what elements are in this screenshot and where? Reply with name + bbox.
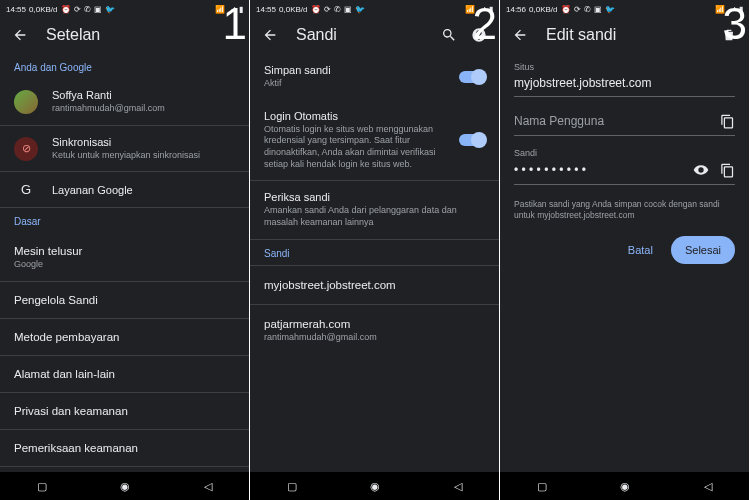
nav-recent-icon[interactable]: ▢: [37, 480, 47, 493]
addresses-row[interactable]: Alamat dan lain-lain: [0, 356, 249, 393]
field-site: Situs myjobstreet.jobstreet.com: [500, 54, 749, 101]
page-title: Edit sandi: [546, 26, 703, 44]
back-icon[interactable]: [512, 27, 528, 43]
twitter-icon: 🐦: [605, 5, 615, 14]
sync-status-icon: ⟳: [324, 5, 331, 14]
screen-edit-password: 3 14:56 0,0KB/d ⏰ ⟳ ✆ ▣ 🐦 📶 ⋰ ▮ Edit san…: [500, 0, 750, 500]
user-name: Soffya Ranti: [52, 89, 235, 101]
image-icon: ▣: [344, 5, 352, 14]
search-icon[interactable]: [441, 27, 457, 43]
save-password-label: Simpan sandi: [264, 64, 445, 76]
site-account: rantimahmudah@gmail.com: [264, 332, 485, 342]
status-bar: 14:55 0,0KB/d ⏰ ⟳ ✆ ▣ 🐦 📶 ⋰ ▮: [0, 0, 249, 16]
image-icon: ▣: [594, 5, 602, 14]
overlay-number: 2: [473, 2, 497, 46]
twitter-icon: 🐦: [355, 5, 365, 14]
whatsapp-icon: ✆: [84, 5, 91, 14]
sync-sub: Ketuk untuk menyiapkan sinkronisasi: [52, 150, 235, 162]
nav-bar: ▢ ◉ ◁: [250, 472, 499, 500]
sync-status-icon: ⟳: [574, 5, 581, 14]
app-bar: Edit sandi: [500, 16, 749, 54]
section-sites: Sandi: [250, 240, 499, 265]
overlay-number: 1: [223, 2, 247, 46]
nav-home-icon[interactable]: ◉: [370, 480, 380, 493]
auto-login-row[interactable]: Login Otomatis Otomatis login ke situs w…: [250, 100, 499, 182]
status-time: 14:55: [256, 5, 276, 14]
payment-methods-row[interactable]: Metode pembayaran: [0, 319, 249, 356]
check-password-label: Periksa sandi: [264, 191, 485, 203]
auto-login-toggle[interactable]: [459, 134, 485, 146]
page-title: Sandi: [296, 26, 423, 44]
nav-home-icon[interactable]: ◉: [620, 480, 630, 493]
alarm-icon: ⏰: [561, 5, 571, 14]
section-basics: Dasar: [0, 208, 249, 233]
site-row[interactable]: patjarmerah.com rantimahmudah@gmail.com: [250, 304, 499, 355]
alarm-icon: ⏰: [311, 5, 321, 14]
status-data: 0,0KB/d: [279, 5, 307, 14]
safety-check-row[interactable]: Pemeriksaan keamanan: [0, 430, 249, 467]
account-row[interactable]: Soffya Ranti rantimahmudah@gmail.com: [0, 79, 249, 126]
nav-bar: ▢ ◉ ◁: [500, 472, 749, 500]
copy-icon[interactable]: [719, 113, 735, 129]
nav-back-icon[interactable]: ◁: [204, 480, 212, 493]
whatsapp-icon: ✆: [334, 5, 341, 14]
field-username[interactable]: Nama Pengguna: [500, 101, 749, 140]
google-g-icon: G: [14, 182, 38, 197]
user-email: rantimahmudah@gmail.com: [52, 103, 235, 115]
site-domain: myjobstreet.jobstreet.com: [264, 279, 485, 291]
search-engine-label: Mesin telusur: [14, 245, 235, 257]
copy-icon[interactable]: [719, 162, 735, 178]
save-password-toggle[interactable]: [459, 71, 485, 83]
check-password-sub: Amankan sandi Anda dari pelanggaran data…: [264, 205, 485, 228]
save-password-sub: Aktif: [264, 78, 445, 90]
app-bar: Setelan: [0, 16, 249, 54]
back-icon[interactable]: [12, 27, 28, 43]
whatsapp-icon: ✆: [584, 5, 591, 14]
nav-recent-icon[interactable]: ▢: [537, 480, 547, 493]
sync-title: Sinkronisasi: [52, 136, 235, 148]
screen-passwords: 2 14:55 0,0KB/d ⏰ ⟳ ✆ ▣ 🐦 📶 ⋰ ▮ Sandi Si…: [250, 0, 500, 500]
done-button[interactable]: Selesai: [671, 236, 735, 264]
status-data: 0,0KB/d: [529, 5, 557, 14]
search-engine-value: Google: [14, 259, 235, 269]
site-domain: patjarmerah.com: [264, 318, 485, 330]
image-icon: ▣: [94, 5, 102, 14]
status-time: 14:56: [506, 5, 526, 14]
field-password-label: Sandi: [514, 148, 735, 158]
nav-home-icon[interactable]: ◉: [120, 480, 130, 493]
field-password[interactable]: Sandi • • • • • • • • • •: [500, 140, 749, 189]
overlay-number: 3: [723, 2, 747, 46]
nav-back-icon[interactable]: ◁: [704, 480, 712, 493]
cancel-button[interactable]: Batal: [618, 236, 663, 264]
app-bar: Sandi: [250, 16, 499, 54]
status-data: 0,0KB/d: [29, 5, 57, 14]
password-manager-row[interactable]: Pengelola Sandi: [0, 282, 249, 319]
nav-bar: ▢ ◉ ◁: [0, 472, 249, 500]
section-you-google: Anda dan Google: [0, 54, 249, 79]
back-icon[interactable]: [262, 27, 278, 43]
check-password-row[interactable]: Periksa sandi Amankan sandi Anda dari pe…: [250, 181, 499, 239]
sync-row[interactable]: ⊘ Sinkronisasi Ketuk untuk menyiapkan si…: [0, 126, 249, 173]
page-title: Setelan: [46, 26, 237, 44]
field-password-value: • • • • • • • • • •: [514, 163, 693, 177]
save-password-row[interactable]: Simpan sandi Aktif: [250, 54, 499, 100]
google-services-row[interactable]: G Layanan Google: [0, 172, 249, 208]
screen-settings: 1 14:55 0,0KB/d ⏰ ⟳ ✆ ▣ 🐦 📶 ⋰ ▮ Setelan …: [0, 0, 250, 500]
alarm-icon: ⏰: [61, 5, 71, 14]
nav-back-icon[interactable]: ◁: [454, 480, 462, 493]
google-services-label: Layanan Google: [52, 184, 235, 196]
status-time: 14:55: [6, 5, 26, 14]
eye-icon[interactable]: [693, 162, 709, 178]
auto-login-label: Login Otomatis: [264, 110, 445, 122]
sync-off-icon: ⊘: [14, 137, 38, 161]
field-site-value: myjobstreet.jobstreet.com: [514, 76, 735, 90]
twitter-icon: 🐦: [105, 5, 115, 14]
search-engine-row[interactable]: Mesin telusur Google: [0, 233, 249, 282]
privacy-row[interactable]: Privasi dan keamanan: [0, 393, 249, 430]
site-row[interactable]: myjobstreet.jobstreet.com: [250, 265, 499, 304]
status-bar: 14:55 0,0KB/d ⏰ ⟳ ✆ ▣ 🐦 📶 ⋰ ▮: [250, 0, 499, 16]
sync-status-icon: ⟳: [74, 5, 81, 14]
auto-login-sub: Otomatis login ke situs web menggunakan …: [264, 124, 445, 171]
password-hint: Pastikan sandi yang Anda simpan cocok de…: [500, 189, 749, 222]
nav-recent-icon[interactable]: ▢: [287, 480, 297, 493]
